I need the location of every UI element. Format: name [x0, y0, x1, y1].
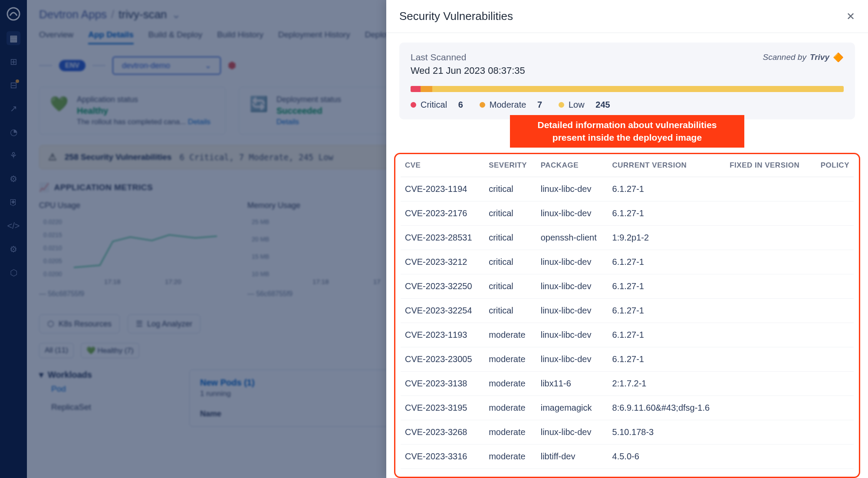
cell-severity: critical — [484, 225, 536, 250]
cell-policy — [812, 323, 854, 347]
col-policy[interactable]: POLICY — [812, 154, 854, 177]
cell-package: linux-libc-dev — [536, 420, 608, 444]
last-scanned-label: Last Scanned — [411, 52, 525, 63]
vulnerability-table-wrap: CVE SEVERITY PACKAGE CURRENT VERSION FIX… — [394, 153, 860, 478]
table-row[interactable]: CVE-2023-1193moderatelinux-libc-dev6.1.2… — [401, 323, 854, 347]
cell-severity: critical — [484, 177, 536, 201]
cell-cve: CVE-2023-3316 — [401, 444, 484, 468]
cell-current: 6.1.27-1 — [608, 323, 726, 347]
cell-package: libtiff-dev — [536, 444, 608, 468]
cell-policy — [812, 371, 854, 396]
table-row[interactable]: CVE-2023-32250criticallinux-libc-dev6.1.… — [401, 274, 854, 298]
cell-cve: CVE-2023-2176 — [401, 201, 484, 225]
table-row[interactable]: CVE-2023-3316moderatelibtiff-dev4.5.0-6 — [401, 444, 854, 468]
cell-fixed — [725, 444, 812, 468]
cell-cve: CVE-2023-28531 — [401, 225, 484, 250]
cell-policy — [812, 250, 854, 274]
cell-severity: moderate — [484, 396, 536, 420]
cell-severity: critical — [484, 201, 536, 225]
col-cve[interactable]: CVE — [401, 154, 484, 177]
cell-severity: critical — [484, 274, 536, 298]
table-row[interactable]: CVE-2023-28531criticalopenssh-client1:9.… — [401, 225, 854, 250]
cell-package: linux-libc-dev — [536, 177, 608, 201]
cell-cve: CVE-2023-3138 — [401, 371, 484, 396]
table-row[interactable]: CVE-2023-1194criticallinux-libc-dev6.1.2… — [401, 177, 854, 201]
critical-count: 6 — [458, 100, 463, 110]
cell-policy — [812, 444, 854, 468]
last-scanned-date: Wed 21 Jun 2023 08:37:35 — [411, 65, 525, 76]
table-row[interactable]: CVE-2023-32254criticallinux-libc-dev6.1.… — [401, 298, 854, 323]
cell-package: imagemagick — [536, 396, 608, 420]
cell-policy — [812, 225, 854, 250]
cell-fixed — [725, 177, 812, 201]
cell-fixed — [725, 396, 812, 420]
cell-current: 6.1.27-1 — [608, 201, 726, 225]
table-row[interactable]: CVE-2023-3212criticallinux-libc-dev6.1.2… — [401, 250, 854, 274]
cell-policy — [812, 298, 854, 323]
moderate-label: Moderate — [490, 100, 526, 110]
cell-severity: moderate — [484, 444, 536, 468]
severity-legend: Critical 6 Moderate 7 Low 245 — [411, 100, 844, 110]
cell-cve: CVE-2023-3195 — [401, 396, 484, 420]
table-row[interactable]: CVE-2023-23005moderatelinux-libc-dev6.1.… — [401, 347, 854, 371]
cell-policy — [812, 347, 854, 371]
cell-cve: CVE-2023-1194 — [401, 177, 484, 201]
col-fixed[interactable]: FIXED IN VERSION — [725, 154, 812, 177]
cell-policy — [812, 396, 854, 420]
cell-package: linux-libc-dev — [536, 274, 608, 298]
cell-severity: moderate — [484, 371, 536, 396]
cell-policy — [812, 201, 854, 225]
cell-fixed — [725, 274, 812, 298]
cell-cve: CVE-2023-1193 — [401, 323, 484, 347]
table-row[interactable]: CVE-2023-3268moderatelinux-libc-dev5.10.… — [401, 420, 854, 444]
cell-current: 6.1.27-1 — [608, 177, 726, 201]
cell-severity: critical — [484, 298, 536, 323]
cell-policy — [812, 177, 854, 201]
col-current[interactable]: CURRENT VERSION — [608, 154, 726, 177]
low-count: 245 — [595, 100, 610, 110]
cell-current: 1:9.2p1-2 — [608, 225, 726, 250]
cell-severity: critical — [484, 250, 536, 274]
close-button[interactable]: ✕ — [846, 10, 855, 23]
cell-severity: moderate — [484, 347, 536, 371]
cell-fixed — [725, 371, 812, 396]
cell-current: 2:1.7.2-1 — [608, 371, 726, 396]
cell-cve: CVE-2023-32250 — [401, 274, 484, 298]
cell-cve: CVE-2023-23005 — [401, 347, 484, 371]
scanned-by: Scanned byTrivy 🔶 — [763, 52, 844, 63]
cell-cve: CVE-2023-3268 — [401, 420, 484, 444]
callout-annotation: Detailed information about vulnerabiliti… — [510, 115, 744, 148]
cell-cve: CVE-2023-3212 — [401, 250, 484, 274]
cell-current: 8:6.9.11.60&#43;dfsg-1.6 — [608, 396, 726, 420]
cell-current: 6.1.27-1 — [608, 250, 726, 274]
cell-current: 6.1.27-1 — [608, 274, 726, 298]
table-row[interactable]: CVE-2023-3195moderateimagemagick8:6.9.11… — [401, 396, 854, 420]
panel-title: Security Vulnerabilities — [399, 10, 513, 23]
cell-package: linux-libc-dev — [536, 250, 608, 274]
cell-policy — [812, 420, 854, 444]
cell-fixed — [725, 250, 812, 274]
cell-package: openssh-client — [536, 225, 608, 250]
cell-package: linux-libc-dev — [536, 298, 608, 323]
critical-label: Critical — [421, 100, 447, 110]
cell-fixed — [725, 420, 812, 444]
cell-package: linux-libc-dev — [536, 201, 608, 225]
table-row[interactable]: CVE-2023-3138moderatelibx11-62:1.7.2-1 — [401, 371, 854, 396]
moderate-count: 7 — [537, 100, 542, 110]
cell-current: 6.1.27-1 — [608, 347, 726, 371]
cell-fixed — [725, 323, 812, 347]
cell-cve: CVE-2023-32254 — [401, 298, 484, 323]
cell-current: 4.5.0-6 — [608, 444, 726, 468]
table-row[interactable]: CVE-2023-2176criticallinux-libc-dev6.1.2… — [401, 201, 854, 225]
cell-package: linux-libc-dev — [536, 347, 608, 371]
cell-fixed — [725, 347, 812, 371]
severity-bar — [411, 86, 844, 92]
cell-current: 5.10.178-3 — [608, 420, 726, 444]
cell-fixed — [725, 201, 812, 225]
low-label: Low — [569, 100, 585, 110]
col-severity[interactable]: SEVERITY — [484, 154, 536, 177]
cell-current: 6.1.27-1 — [608, 298, 726, 323]
scan-summary-box: Last Scanned Wed 21 Jun 2023 08:37:35 Sc… — [399, 43, 855, 119]
col-package[interactable]: PACKAGE — [536, 154, 608, 177]
trivy-icon: 🔶 — [833, 52, 844, 63]
